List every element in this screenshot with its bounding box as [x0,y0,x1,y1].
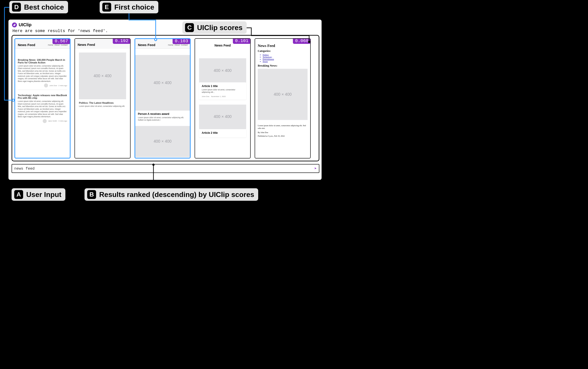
results-container: 0.567 News Feed Home About Contact Break… [11,35,319,161]
input-value: news feed [14,166,35,171]
article-body: Lorem ipsum dolor sit amet, consectetur … [18,100,67,118]
avatar-icon [44,83,48,87]
category-link[interactable]: Technology [263,56,272,58]
category-link[interactable]: Entertainment [263,58,274,60]
byline: John Doe · 2 mins ago [49,85,67,87]
score-badge: 0.068 [293,38,311,44]
score-badge: 0.101 [233,38,251,44]
result-card[interactable]: 0.103 News Feed Home About Contact 400 ×… [135,38,190,158]
headline: Person A receives award [138,113,187,115]
paperclip-icon [12,22,17,27]
callout-C: C UIClip scores [182,21,247,34]
result-card[interactable]: 0.101 News Feed 400 × 400 Article 1 titl… [195,38,251,158]
author: John Doe [202,95,209,97]
results-prompt: Here are some results for 'news feed'. [12,29,319,33]
callout-text: Results ranked (descending) by UIClip sc… [99,191,254,199]
result-card[interactable]: 0.192 News Feed 400 × 400 Politics: The … [74,38,130,158]
image-placeholder: 400 × 400 [199,58,246,83]
article-body: Lorem ipsum dolor sit amet, consectetur … [202,89,244,94]
callout-letter: A [14,190,23,199]
result-card[interactable]: 0.068 News Feed Categories: Politics Tec… [255,38,311,158]
mock-nav: Home About Contact [48,44,68,46]
callout-text: User Input [26,191,61,199]
callout-letter: B [87,190,96,199]
category-link[interactable]: Sports [263,60,268,62]
feed-title: News Feed [138,43,155,47]
callout-text: Best choice [24,3,64,11]
callout-letter: C [185,23,194,32]
score-badge: 0.103 [173,38,190,44]
date: November 1, 2022 [211,95,226,97]
callout-letter: E [102,3,111,11]
brand: UIClip [12,22,319,27]
article-body: Lorem ipsum dolor sit amet, consectetur … [258,124,308,130]
breaking-label: Breaking News: [258,64,308,67]
image-placeholder: 400 × 400 [135,126,190,157]
callout-A: A User Input [11,188,65,201]
image-placeholder: 400 × 400 [135,55,190,111]
callout-D: D Best choice [9,1,68,13]
callout-E: E First choice [100,1,158,13]
result-card[interactable]: 0.567 News Feed Home About Contact Break… [14,38,70,158]
feed-title: News Feed [78,43,95,47]
image-placeholder: 400 × 400 [258,69,308,120]
feed-title: News Feed [258,44,308,48]
headline: Technology: Apple releases new MacBook P… [18,94,67,99]
headline: Article 2 title [202,131,244,134]
image-placeholder: 400 × 400 [199,105,246,129]
score-badge: 0.192 [113,38,130,44]
headline: Breaking News: 100,000 People March in P… [18,59,67,64]
byline: By John Doe [258,131,308,133]
article-body: Lorem ipsum dolor sit amet, consectetur … [18,65,67,82]
categories-label: Categories: [258,49,308,53]
callout-B: B Results ranked (descending) by UIClip … [85,188,258,201]
brand-name: UIClip [19,22,31,27]
callout-letter: D [12,3,21,11]
category-link[interactable]: Politics [263,54,269,56]
pub-date: Published at 3 p.m., Feb 10, 2022 [258,135,308,137]
score-badge: 0.567 [52,38,70,44]
callout-text: First choice [114,3,154,11]
feed-title: News Feed [18,43,35,47]
byline: Jane Smith · 3 mins ago [48,120,67,122]
article-body: Lorem ipsum dolor sit amet, consectetur … [79,105,126,107]
mock-nav: Home About Contact [168,44,188,46]
user-input[interactable]: news feed ➤ [11,164,319,173]
avatar-icon [43,119,47,123]
callout-text: UIClip scores [197,24,243,32]
article-body: Lorem ipsum dolor sit amet, consectetur … [138,116,187,122]
uiclip-panel: UIClip Here are some results for 'news f… [9,20,322,180]
image-placeholder: 400 × 400 [79,52,126,99]
headline: Article 1 title [202,85,244,88]
headline: Politics: The Latest Headlines [79,102,126,104]
send-icon[interactable]: ➤ [314,166,317,171]
